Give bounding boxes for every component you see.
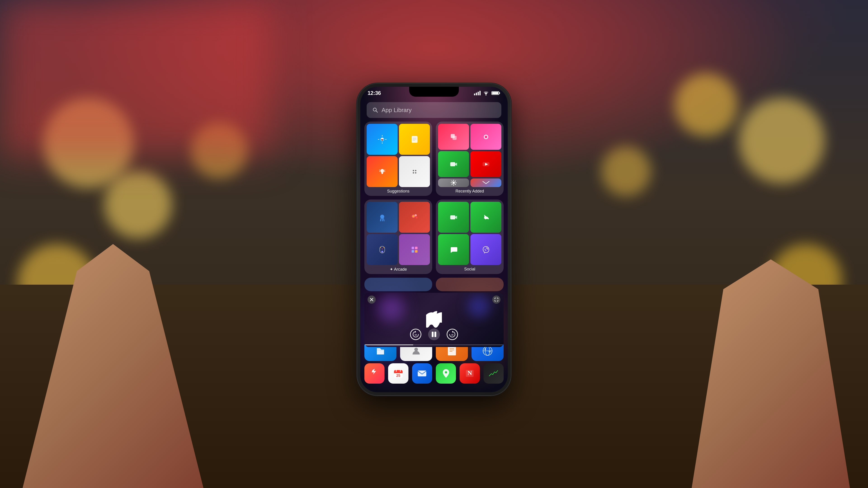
folder-social[interactable]: Social — [436, 199, 504, 274]
bokeh-light-2 — [104, 171, 172, 238]
svg-line-42 — [383, 219, 384, 221]
app-news[interactable]: N — [460, 363, 480, 384]
video-expand-button[interactable] — [492, 295, 500, 304]
app-stocks[interactable] — [484, 363, 504, 384]
app-beacon[interactable] — [470, 124, 501, 150]
apple-logo-video — [426, 311, 442, 329]
search-bar[interactable]: App Library — [367, 102, 501, 118]
svg-text:字: 字 — [489, 351, 491, 353]
svg-point-18 — [380, 169, 384, 173]
svg-rect-2 — [499, 92, 500, 94]
svg-point-66 — [414, 348, 418, 351]
pause-button[interactable] — [428, 328, 440, 340]
svg-rect-62 — [432, 332, 434, 337]
svg-rect-53 — [415, 247, 417, 249]
folder-row-2: ✦ Arcade — [364, 199, 504, 274]
svg-rect-20 — [381, 173, 383, 174]
app-garden[interactable] — [399, 202, 430, 233]
wifi-icon — [483, 91, 489, 96]
folder-arcade-label: ✦ Arcade — [367, 267, 430, 272]
folder-partial-left[interactable] — [364, 278, 432, 291]
app-settings[interactable] — [438, 178, 469, 187]
svg-line-23 — [384, 170, 385, 170]
svg-point-37 — [453, 182, 455, 184]
folder-partial-right[interactable] — [436, 278, 504, 291]
svg-point-39 — [380, 215, 384, 219]
folder-recently-added[interactable]: Recently Added — [436, 122, 504, 196]
svg-rect-55 — [415, 250, 417, 253]
svg-point-46 — [416, 217, 417, 219]
svg-point-45 — [414, 214, 417, 217]
svg-text:15: 15 — [414, 334, 417, 336]
app-superimpose[interactable] — [438, 124, 469, 150]
svg-point-49 — [380, 247, 381, 248]
status-icons — [474, 91, 500, 96]
svg-text:A: A — [485, 348, 486, 350]
wall-red-glow — [0, 0, 271, 158]
svg-rect-30 — [453, 136, 457, 140]
folder-social-label: Social — [438, 267, 501, 271]
svg-point-27 — [413, 172, 414, 173]
skip-back-button[interactable]: 15 — [410, 329, 421, 340]
app-phone[interactable] — [470, 202, 501, 233]
app-mail[interactable] — [412, 363, 432, 384]
iphone-device: 12:36 — [357, 84, 511, 395]
app-facetime-recently[interactable] — [438, 151, 469, 177]
svg-line-22 — [379, 171, 380, 172]
svg-rect-38 — [483, 181, 489, 186]
iphone-screen[interactable]: 12:36 — [360, 87, 508, 392]
svg-point-50 — [383, 247, 384, 248]
svg-rect-56 — [450, 215, 455, 219]
svg-point-25 — [413, 170, 414, 171]
app-gmail[interactable] — [470, 178, 501, 187]
svg-rect-82 — [418, 370, 426, 377]
svg-point-44 — [413, 216, 414, 217]
search-icon — [372, 107, 378, 113]
svg-rect-52 — [412, 247, 414, 249]
svg-text:15: 15 — [451, 334, 454, 336]
app-viber[interactable] — [470, 234, 501, 265]
status-time: 12:36 — [368, 90, 381, 96]
app-speeko[interactable] — [367, 156, 398, 187]
folder-row-1: Suggestions — [364, 122, 504, 196]
svg-rect-33 — [450, 162, 455, 166]
search-bar-label: App Library — [381, 107, 412, 113]
video-progress-bar[interactable] — [364, 345, 504, 345]
app-maps[interactable] — [436, 363, 456, 384]
folder-suggestions[interactable]: Suggestions — [364, 122, 432, 196]
app-puzzle[interactable] — [399, 234, 430, 265]
app-facetime-social[interactable] — [438, 202, 469, 233]
app-notes[interactable] — [399, 124, 430, 155]
svg-line-24 — [384, 171, 385, 172]
svg-rect-78 — [394, 371, 403, 373]
svg-marker-57 — [455, 216, 457, 219]
skip-forward-button[interactable]: 15 — [447, 329, 458, 340]
svg-rect-67 — [448, 346, 456, 355]
svg-point-48 — [381, 251, 383, 253]
svg-rect-54 — [412, 250, 414, 253]
app-reminders[interactable] — [399, 156, 430, 187]
folder-suggestions-label: Suggestions — [367, 189, 430, 194]
folder-arcade[interactable]: ✦ Arcade — [364, 199, 432, 274]
video-controls: 15 15 — [410, 328, 458, 340]
video-progress-fill — [364, 345, 413, 345]
svg-rect-19 — [381, 173, 383, 173]
svg-rect-63 — [434, 332, 436, 337]
dock-row-2: 25 N — [364, 363, 504, 384]
app-pinball[interactable] — [367, 234, 398, 265]
svg-marker-34 — [455, 163, 457, 166]
app-messages[interactable] — [438, 234, 469, 265]
svg-line-40 — [380, 219, 381, 221]
video-player-overlay[interactable]: 15 15 — [364, 293, 504, 347]
svg-rect-3 — [492, 92, 498, 94]
app-calendar[interactable]: 25 — [388, 363, 408, 384]
app-youtube[interactable] — [470, 151, 501, 177]
app-shortcuts[interactable] — [364, 363, 384, 384]
svg-text:N: N — [467, 369, 472, 377]
app-safari[interactable] — [367, 124, 398, 155]
svg-point-26 — [415, 170, 416, 171]
iphone-body: 12:36 — [357, 84, 511, 395]
bokeh-light-5 — [739, 98, 825, 184]
video-close-button[interactable] — [368, 295, 376, 304]
app-squids[interactable] — [367, 202, 398, 233]
